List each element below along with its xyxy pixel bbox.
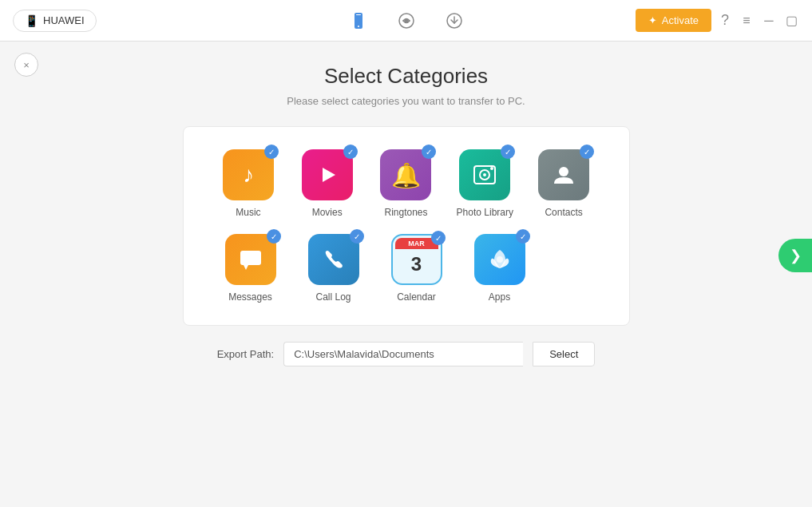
- svg-point-1: [358, 26, 359, 27]
- contacts-icon-wrap: ✓: [538, 149, 589, 200]
- category-apps[interactable]: ✓ Apps: [461, 234, 538, 303]
- next-icon: ❯: [790, 247, 802, 264]
- apps-checkmark: ✓: [516, 229, 530, 244]
- contacts-icon: [550, 161, 577, 188]
- activate-icon: ✦: [648, 14, 657, 26]
- select-button[interactable]: Select: [533, 342, 595, 366]
- window-controls: ≡ ─ ▢: [739, 13, 799, 28]
- photo-icon-wrap: ✓: [459, 149, 510, 200]
- calllog-icon-wrap: ✓: [308, 234, 359, 285]
- titlebar: 📱 HUAWEI: [0, 0, 812, 42]
- export-path-input[interactable]: [283, 342, 523, 366]
- svg-marker-14: [244, 265, 248, 270]
- photo-checkmark: ✓: [501, 145, 515, 159]
- svg-point-17: [497, 256, 503, 263]
- music-icon: ♪: [243, 162, 254, 188]
- download-nav-icon[interactable]: [440, 6, 469, 35]
- movies-icon-wrap: ✓: [302, 149, 353, 200]
- movies-checkmark: ✓: [343, 145, 358, 159]
- titlebar-left: 📱 HUAWEI: [13, 10, 97, 32]
- category-ringtones[interactable]: 🔔 ✓ Ringtones: [370, 149, 442, 218]
- music-icon-wrap: ♪ ✓: [223, 149, 274, 200]
- backup-nav-icon[interactable]: [392, 6, 421, 35]
- svg-point-10: [483, 173, 486, 176]
- contacts-label: Contacts: [545, 207, 582, 218]
- svg-rect-13: [240, 251, 261, 265]
- categories-grid-row2: ✓ Messages ✓ Call Log MAR: [212, 234, 600, 303]
- phone-nav-icon[interactable]: [344, 6, 373, 35]
- menu-icon[interactable]: ≡: [739, 14, 755, 28]
- activate-button[interactable]: ✦ Activate: [636, 9, 711, 32]
- messages-icon-wrap: ✓: [225, 234, 276, 285]
- page-subtitle: Please select categories you want to tra…: [287, 95, 525, 107]
- music-label: Music: [236, 207, 260, 218]
- titlebar-center: [344, 6, 469, 35]
- calllog-icon: [321, 247, 347, 272]
- maximize-icon[interactable]: ▢: [783, 13, 799, 28]
- ringtones-icon-wrap: 🔔 ✓: [380, 149, 431, 200]
- minimize-icon[interactable]: ─: [761, 14, 777, 28]
- category-movies[interactable]: ✓ Movies: [291, 149, 363, 218]
- close-icon: ×: [23, 59, 30, 71]
- calendar-icon-wrap: MAR 3 ✓: [391, 234, 442, 285]
- page-title: Select Categories: [324, 64, 488, 89]
- movies-label: Movies: [312, 207, 343, 218]
- categories-panel: ♪ ✓ Music ✓ Movies 🔔 ✓: [183, 126, 630, 326]
- category-music[interactable]: ♪ ✓ Music: [212, 149, 285, 218]
- svg-point-11: [490, 167, 493, 170]
- apps-icon: [486, 246, 513, 273]
- messages-checkmark: ✓: [267, 229, 281, 244]
- category-calllog[interactable]: ✓ Call Log: [295, 234, 372, 303]
- ringtones-checkmark: ✓: [422, 145, 436, 159]
- calllog-checkmark: ✓: [350, 229, 364, 244]
- apps-icon-wrap: ✓: [474, 234, 525, 285]
- categories-grid-row1: ♪ ✓ Music ✓ Movies 🔔 ✓: [212, 149, 600, 218]
- ringtones-icon: 🔔: [391, 161, 421, 189]
- help-icon[interactable]: ?: [721, 12, 729, 29]
- category-photo[interactable]: ✓ Photo Library: [449, 149, 521, 218]
- export-label: Export Path:: [217, 348, 275, 360]
- photo-label: Photo Library: [457, 207, 513, 218]
- export-path-row: Export Path: Select: [217, 342, 596, 366]
- device-name: HUAWEI: [43, 14, 85, 26]
- messages-label: Messages: [228, 291, 272, 303]
- apps-label: Apps: [489, 291, 510, 303]
- calllog-label: Call Log: [315, 291, 351, 303]
- close-button[interactable]: ×: [14, 53, 38, 77]
- category-messages[interactable]: ✓ Messages: [212, 234, 289, 303]
- calendar-checkmark: ✓: [431, 231, 446, 245]
- category-contacts[interactable]: ✓ Contacts: [528, 149, 600, 218]
- contacts-checkmark: ✓: [580, 145, 594, 159]
- svg-rect-2: [356, 14, 361, 15]
- svg-point-12: [559, 167, 568, 176]
- category-calendar[interactable]: MAR 3 ✓ Calendar: [378, 234, 455, 303]
- svg-marker-7: [323, 168, 335, 182]
- photo-icon: [471, 161, 498, 188]
- phone-icon: 📱: [25, 14, 38, 27]
- main-content: Select Categories Please select categori…: [0, 42, 812, 366]
- ringtones-label: Ringtones: [384, 207, 427, 218]
- movies-icon: [315, 162, 340, 188]
- activate-label: Activate: [662, 14, 699, 26]
- calendar-label: Calendar: [397, 291, 436, 303]
- next-button[interactable]: ❯: [778, 239, 812, 272]
- device-badge[interactable]: 📱 HUAWEI: [13, 10, 97, 32]
- calendar-day: 3: [411, 249, 422, 279]
- music-checkmark: ✓: [264, 145, 279, 159]
- svg-point-4: [405, 19, 408, 22]
- messages-icon: [237, 246, 264, 273]
- titlebar-right: ✦ Activate ? ≡ ─ ▢: [636, 9, 799, 32]
